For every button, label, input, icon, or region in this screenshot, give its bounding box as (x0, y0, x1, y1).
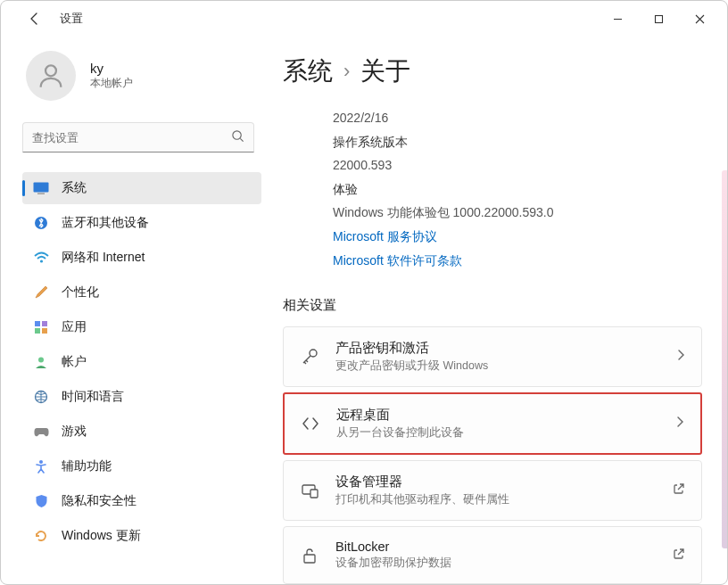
remote-icon (301, 414, 320, 433)
svg-rect-0 (655, 15, 662, 22)
sidebar-item-label: 帐户 (62, 354, 87, 370)
link-license[interactable]: Microsoft 软件许可条款 (333, 249, 702, 273)
breadcrumb: 系统 › 关于 (283, 54, 702, 88)
about-info-block: 2022/2/16 操作系统版本 22000.593 体验 Windows 功能… (283, 106, 702, 272)
card-title: 设备管理器 (335, 474, 657, 490)
svg-point-13 (39, 460, 43, 464)
os-build-value: 22000.593 (333, 153, 702, 177)
back-button[interactable] (26, 10, 44, 28)
titlebar: 设置 (1, 1, 727, 37)
sidebar-item-time[interactable]: 时间和语言 (22, 381, 261, 413)
system-icon (33, 180, 49, 196)
svg-point-11 (38, 358, 44, 363)
search-icon (231, 129, 244, 146)
sidebar-item-gaming[interactable]: 游戏 (22, 416, 261, 448)
sidebar-item-bluetooth[interactable]: 蓝牙和其他设备 (22, 207, 261, 239)
svg-rect-7 (35, 321, 40, 326)
gaming-icon (33, 424, 49, 440)
card-device-manager[interactable]: 设备管理器 打印机和其他驱动程序、硬件属性 (283, 460, 702, 521)
apps-icon (33, 319, 49, 335)
sidebar-item-update[interactable]: Windows 更新 (22, 520, 261, 552)
card-sub: 从另一台设备控制此设备 (336, 425, 659, 441)
card-bitlocker[interactable]: BitLocker 设备加密帮助保护数据 (283, 526, 702, 584)
profile-name: ky (90, 61, 133, 76)
sidebar-item-accounts[interactable]: 帐户 (22, 346, 261, 378)
installed-date: 2022/2/16 (333, 106, 702, 130)
key-icon (300, 347, 319, 367)
external-link-icon (673, 548, 685, 564)
minimize-button[interactable] (597, 4, 638, 33)
sidebar-item-label: Windows 更新 (62, 528, 141, 544)
search-input[interactable] (32, 131, 231, 144)
related-settings-title: 相关设置 (283, 297, 702, 314)
link-services[interactable]: Microsoft 服务协议 (333, 225, 702, 249)
card-title: 产品密钥和激活 (335, 340, 660, 357)
sidebar-item-label: 辅助功能 (62, 458, 112, 474)
breadcrumb-parent[interactable]: 系统 (283, 54, 333, 88)
decorative-strip (722, 170, 727, 548)
svg-rect-8 (42, 321, 47, 326)
chevron-right-icon (675, 416, 684, 432)
sidebar-item-personalize[interactable]: 个性化 (22, 276, 261, 309)
sidebar-item-privacy[interactable]: 隐私和安全性 (22, 485, 261, 517)
svg-point-1 (46, 65, 56, 76)
lock-icon (300, 546, 319, 565)
search-box[interactable] (22, 122, 254, 152)
svg-point-14 (310, 350, 317, 357)
svg-rect-10 (42, 328, 47, 334)
svg-rect-16 (310, 490, 318, 498)
wifi-icon (33, 250, 49, 266)
sidebar-item-label: 应用 (62, 319, 87, 335)
nav-list: 系统 蓝牙和其他设备 网络和 Internet 个性化 (22, 172, 261, 552)
update-icon (33, 528, 49, 544)
card-remote-desktop[interactable]: 远程桌面 从另一台设备控制此设备 (283, 392, 702, 455)
external-link-icon (673, 482, 685, 498)
sidebar-item-label: 系统 (62, 180, 87, 196)
svg-rect-3 (34, 183, 49, 193)
profile-sub: 本地帐户 (90, 76, 133, 91)
window-controls (597, 4, 720, 33)
experience-value: Windows 功能体验包 1000.22000.593.0 (333, 201, 702, 225)
card-sub: 更改产品密钥或升级 Windows (335, 358, 660, 374)
sidebar-item-apps[interactable]: 应用 (22, 311, 261, 343)
svg-rect-9 (35, 328, 40, 334)
sidebar: ky 本地帐户 系统 蓝牙和其他设备 (1, 37, 269, 584)
card-title: 远程桌面 (336, 407, 659, 424)
card-title: BitLocker (335, 540, 657, 554)
account-icon (33, 354, 49, 370)
sidebar-item-network[interactable]: 网络和 Internet (22, 242, 261, 274)
sidebar-item-label: 网络和 Internet (62, 250, 145, 266)
breadcrumb-current: 关于 (360, 54, 410, 88)
accessibility-icon (33, 458, 49, 474)
svg-point-6 (39, 260, 42, 262)
experience-label: 体验 (333, 177, 702, 202)
sidebar-item-system[interactable]: 系统 (22, 172, 261, 204)
globe-icon (33, 389, 49, 405)
chevron-right-icon (676, 349, 685, 365)
os-build-label: 操作系统版本 (333, 130, 702, 154)
sidebar-item-label: 游戏 (62, 424, 87, 440)
sidebar-item-label: 个性化 (62, 284, 99, 301)
sidebar-item-label: 蓝牙和其他设备 (62, 215, 149, 231)
sidebar-item-label: 时间和语言 (62, 389, 124, 405)
profile-block[interactable]: ky 本地帐户 (22, 51, 261, 101)
card-sub: 设备加密帮助保护数据 (335, 556, 657, 571)
svg-rect-17 (304, 555, 315, 563)
app-title: 设置 (60, 11, 83, 27)
bluetooth-icon (33, 215, 49, 231)
sidebar-item-label: 隐私和安全性 (62, 493, 136, 509)
shield-icon (33, 493, 49, 509)
device-manager-icon (300, 481, 319, 500)
svg-rect-4 (37, 194, 45, 194)
sidebar-item-accessibility[interactable]: 辅助功能 (22, 450, 261, 482)
maximize-button[interactable] (638, 4, 679, 33)
brush-icon (33, 284, 49, 301)
svg-point-2 (233, 130, 241, 138)
card-activation[interactable]: 产品密钥和激活 更改产品密钥或升级 Windows (283, 326, 702, 387)
close-button[interactable] (679, 4, 720, 33)
chevron-right-icon: › (343, 60, 350, 83)
card-sub: 打印机和其他驱动程序、硬件属性 (335, 492, 657, 507)
avatar (26, 51, 76, 101)
content-area: 系统 › 关于 2022/2/16 操作系统版本 22000.593 体验 Wi… (269, 37, 727, 584)
